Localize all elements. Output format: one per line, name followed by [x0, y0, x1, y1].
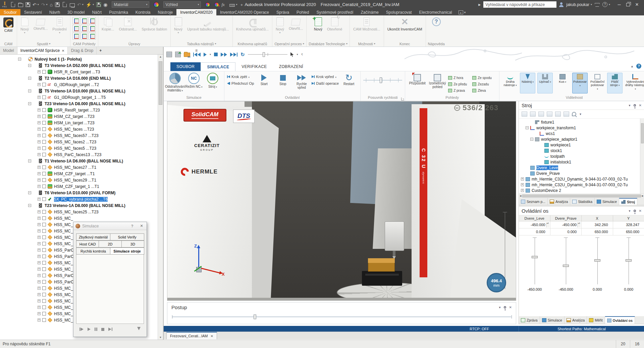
expand-icon[interactable]: [526, 126, 529, 129]
visibility-toggle-button[interactable]: Dráha nástroje: [502, 73, 518, 93]
otevrit-button[interactable]: Otevřít...: [32, 16, 49, 31]
ribbon-display-icon[interactable]: ▴: [459, 10, 463, 14]
tab-model[interactable]: Model: [0, 47, 17, 54]
stop-button[interactable]: [101, 328, 104, 331]
predchozi-op-button[interactable]: Předchozí Op: [227, 81, 254, 85]
tree-row[interactable]: HSR_RestR_target ...T23: [0, 107, 158, 113]
expand-icon[interactable]: [38, 83, 41, 86]
restore-button[interactable]: [626, 3, 630, 6]
tree-row[interactable]: T1 Vreteno-1A D6.000 (BALL NOSE MILL): [0, 158, 158, 164]
visibility-toggle-button[interactable]: Plášť stroje: [607, 73, 623, 93]
tree-row[interactable]: T5 Vreteno-1A D10.000 (BULL NOSE MILL): [0, 88, 158, 94]
operation-checkbox[interactable]: [42, 318, 46, 322]
operation-checkbox[interactable]: [42, 197, 46, 201]
view-direction-button[interactable]: Ze spodu: [472, 75, 496, 81]
restart-button[interactable]: ↻Restart: [340, 73, 358, 86]
expand-icon[interactable]: [38, 217, 41, 220]
axis-slider[interactable]: [582, 235, 613, 286]
machine-tree-row[interactable]: Dvere_Leve: [519, 165, 644, 170]
dialog-tab[interactable]: 3D: [121, 240, 144, 248]
machine-tree-row[interactable]: wcs1: [519, 131, 644, 136]
scroll-thumb[interactable]: [641, 123, 644, 143]
help-icon[interactable]: ?: [602, 2, 607, 7]
izometricky-button[interactable]: Izometrický pohled: [428, 73, 447, 89]
redo-dropdown-icon[interactable]: ▾: [46, 3, 47, 6]
expand-icon[interactable]: [521, 178, 524, 181]
panel-close-icon[interactable]: ✕: [509, 305, 512, 309]
stop-button[interactable]: [214, 53, 218, 56]
speed-slider-handle[interactable]: [263, 52, 265, 57]
ribbon-tab[interactable]: Nástroje: [154, 9, 177, 15]
spravce-sablon-button[interactable]: Správce šablon: [140, 16, 168, 32]
operation-checkbox[interactable]: [42, 248, 46, 252]
tab-inventorcam-spravce[interactable]: InventorCAM Správce✕: [17, 47, 68, 54]
expand-icon[interactable]: [38, 121, 41, 124]
upravit-tabulku-button[interactable]: Upravit tabulku nástrojů...: [186, 16, 230, 32]
simulator-tab[interactable]: VERIFIKACE: [235, 62, 273, 71]
posledni-button[interactable]: Poslední▾: [51, 16, 68, 34]
ribbon-display-dropdown-icon[interactable]: ▾: [464, 11, 466, 14]
machine-button[interactable]: Stroj: [204, 73, 221, 89]
speed-slider[interactable]: [248, 52, 287, 57]
ribbon-tab[interactable]: Electromechanical: [416, 9, 456, 15]
expand-icon[interactable]: [521, 183, 524, 186]
expand-icon[interactable]: [38, 210, 41, 213]
expand-icon[interactable]: [28, 64, 31, 67]
rychle-vpred-button[interactable]: Rychle vpřed: [293, 73, 310, 89]
expand-icon[interactable]: [38, 185, 41, 188]
operation-checkbox[interactable]: [42, 95, 46, 99]
ribbon-tab[interactable]: InventorCAM2020: [176, 9, 216, 15]
play-button[interactable]: [88, 328, 91, 331]
ukoncit-button[interactable]: ✕Ukončit InventorCAM: [386, 16, 424, 32]
ribbon-tab[interactable]: Kontrola: [132, 9, 154, 15]
axis-slider[interactable]: [519, 235, 550, 286]
operation-checkbox[interactable]: [42, 70, 46, 74]
machine-tree-row[interactable]: stock1: [519, 148, 644, 153]
tool-magazine-export-icon[interactable]: [175, 52, 181, 57]
view-cube-icon[interactable]: [89, 32, 96, 40]
dock-tab[interactable]: Simulace: [595, 198, 619, 205]
minimize-button[interactable]: ─: [617, 2, 622, 7]
operation-checkbox[interactable]: [42, 286, 46, 290]
view-direction-button[interactable]: Z hora: [448, 75, 472, 81]
loop-button[interactable]: ↻: [240, 52, 245, 57]
store-cart-icon[interactable]: [595, 3, 600, 7]
tool-magazine-icon[interactable]: [166, 52, 172, 57]
expand-icon[interactable]: [38, 109, 41, 112]
expand-icon[interactable]: [38, 319, 41, 322]
new-file-icon[interactable]: [11, 2, 15, 7]
dock-tab[interactable]: Zpráva: [519, 316, 540, 324]
axis-value-input[interactable]: 328.247: [613, 221, 644, 228]
pause-button[interactable]: [95, 328, 97, 331]
operation-checkbox[interactable]: [42, 178, 46, 182]
expand-icon[interactable]: [28, 102, 31, 105]
expand-icon[interactable]: [38, 293, 41, 296]
operation-checkbox[interactable]: [42, 255, 46, 258]
fast-forward-button[interactable]: [221, 53, 227, 57]
step-play-button[interactable]: [79, 328, 84, 331]
axis-slider[interactable]: [613, 235, 644, 286]
axis-slider-handle[interactable]: [626, 259, 632, 262]
tree-row[interactable]: HSS_MC_faces2 ...T23: [0, 139, 158, 145]
machine-tree-row[interactable]: mh_Hermle_C32U_Dynamic_9-344-31-07-003_0…: [519, 182, 644, 188]
dialog-titlebar[interactable]: Simulace ? ✕: [73, 222, 147, 230]
visibility-toggle-button[interactable]: Vykreslování dráhy nástroje: [625, 73, 644, 93]
expand-icon[interactable]: [38, 268, 41, 271]
scroll-up-icon[interactable]: ▲: [159, 55, 162, 58]
machine-tree-row[interactable]: workpiece_transform1: [519, 125, 644, 131]
operation-checkbox[interactable]: [42, 305, 46, 309]
open-file-icon[interactable]: [18, 3, 23, 7]
dock-tab[interactable]: Seznam p...: [519, 198, 548, 205]
operation-checkbox[interactable]: [42, 172, 46, 176]
play-button[interactable]: [204, 53, 207, 57]
document-tab-close-icon[interactable]: ✕: [210, 334, 213, 338]
expand-icon[interactable]: [38, 306, 41, 309]
expand-icon[interactable]: [38, 70, 41, 73]
expand-icon[interactable]: [38, 140, 41, 143]
operation-checkbox[interactable]: [42, 216, 46, 220]
progress-slider-handle[interactable]: [254, 315, 256, 319]
dock-tab[interactable]: Ovládání os: [605, 316, 635, 324]
tree-row[interactable]: HSS_ParC_faces13 ...T23: [0, 151, 158, 158]
user-name[interactable]: jakub.poukar: [566, 2, 589, 7]
scroll-thumb[interactable]: [159, 61, 162, 105]
